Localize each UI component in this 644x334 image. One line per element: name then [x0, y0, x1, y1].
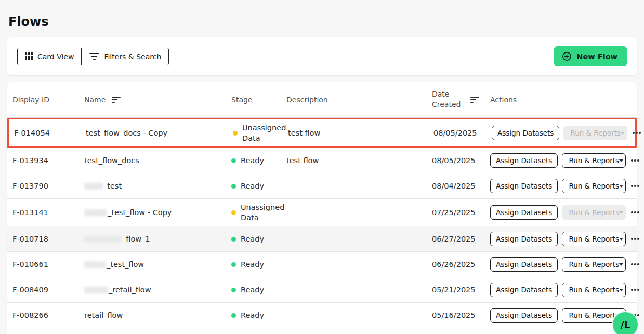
run-reports-button[interactable]: Run & Reports [562, 153, 626, 168]
row-menu-button[interactable] [630, 156, 640, 165]
table-row[interactable]: F-010661 _test_flow Ready 06/26/2025 Ass… [7, 252, 637, 277]
stage-dot-icon [231, 184, 236, 189]
redacted-text [84, 261, 106, 268]
redacted-text [84, 236, 122, 243]
row-menu-button[interactable] [630, 182, 640, 190]
assign-datasets-button[interactable]: Assign Datasets [490, 257, 558, 272]
table-row[interactable]: F-013790 _test Ready 08/04/2025 Assign D… [7, 173, 637, 199]
row-menu-button[interactable] [632, 129, 642, 137]
stage-dot-icon [231, 158, 236, 163]
chevron-down-icon [621, 132, 625, 135]
row-menu-button[interactable] [630, 260, 640, 269]
row-actions: Assign Datasets Run & Reports [485, 229, 644, 249]
run-reports-button[interactable]: Run & Reports [562, 205, 626, 220]
flow-description: test flow [283, 126, 428, 140]
flow-name: retail_flow [79, 308, 226, 323]
flow-description [281, 287, 427, 293]
ellipsis-icon [631, 289, 633, 291]
header-display-id: Display ID [7, 96, 79, 104]
header-date-created: Date Created [427, 89, 485, 110]
sort-date-icon[interactable] [470, 97, 479, 103]
stage-dot-icon [233, 131, 238, 136]
row-menu-button[interactable] [630, 208, 640, 217]
flow-display-id: F-008266 [7, 308, 79, 323]
card-view-label: Card View [37, 52, 74, 61]
flow-name: test_flow_docs - Copy [81, 126, 228, 140]
table-row[interactable]: F-008409 _retail_flow Ready 05/21/2025 A… [7, 277, 637, 303]
flow-name: _retail_flow [79, 283, 226, 297]
date-created: 08/05/2025 [428, 126, 487, 140]
ellipsis-icon [631, 211, 633, 213]
assign-datasets-button[interactable]: Assign Datasets [490, 308, 558, 323]
run-reports-button[interactable]: Run & Reports [562, 257, 626, 272]
new-flow-label: New Flow [576, 52, 617, 61]
row-menu-button[interactable] [630, 286, 640, 294]
run-reports-button[interactable]: Run & Reports [562, 179, 626, 193]
assign-datasets-button[interactable]: Assign Datasets [490, 205, 558, 220]
table-row[interactable]: F-008266 retail_flow Ready 05/16/2025 As… [7, 303, 637, 328]
table-row[interactable]: F-014054 test_flow_docs - Copy Unassigne… [7, 118, 637, 148]
date-created: 08/04/2025 [427, 179, 485, 193]
flow-display-id: F-010661 [7, 257, 79, 272]
flow-name: _test [79, 179, 226, 193]
date-created: 06/27/2025 [427, 232, 485, 246]
flows-table: Display ID Name Stage Description Date C… [7, 82, 637, 334]
row-menu-button[interactable] [630, 235, 640, 243]
card-view-button[interactable]: Card View [18, 48, 81, 65]
flow-description [281, 312, 427, 318]
flow-name: _test_flow [79, 257, 226, 272]
header-stage: Stage [226, 96, 281, 104]
table-row[interactable]: F-013141 _test_flow - Copy Unassigned Da… [7, 199, 637, 226]
flow-stage: Ready [226, 152, 281, 169]
chevron-down-icon [619, 289, 623, 291]
ellipsis-icon [631, 263, 633, 265]
run-reports-button[interactable]: Run & Reports [562, 232, 626, 246]
stage-label: Ready [241, 234, 264, 244]
assign-datasets-button[interactable]: Assign Datasets [490, 153, 558, 168]
sort-name-icon[interactable] [112, 97, 121, 103]
stage-label: Ready [241, 259, 264, 270]
filter-icon [89, 53, 99, 60]
date-created: 05/16/2025 [427, 308, 485, 323]
assign-datasets-button[interactable]: Assign Datasets [490, 232, 558, 246]
table-row[interactable]: F-010718 _flow_1 Ready 06/27/2025 Assign… [7, 226, 637, 252]
grid-icon [25, 52, 33, 60]
row-actions: Assign Datasets Run & Reports [487, 123, 644, 143]
row-actions: Assign Datasets Run & Reports [485, 279, 644, 300]
stage-dot-icon [231, 288, 236, 292]
stage-label: Ready [241, 285, 264, 295]
fab-label: /L [620, 319, 630, 330]
header-description: Description [281, 96, 427, 104]
flow-display-id: F-013790 [7, 179, 79, 193]
page-title: Flows [7, 0, 637, 37]
table-body: F-014054 test_flow_docs - Copy Unassigne… [7, 118, 637, 328]
flow-description: test flow [281, 153, 427, 168]
assign-datasets-button[interactable]: Assign Datasets [492, 126, 559, 140]
row-actions: Assign Datasets Run & Reports [485, 254, 644, 275]
stage-label: Unassigned Data [242, 123, 286, 143]
assistant-fab-button[interactable]: /L [612, 311, 639, 334]
run-reports-button[interactable]: Run & Reports [562, 283, 626, 297]
stage-dot-icon [231, 237, 236, 242]
flow-display-id: F-010718 [7, 232, 79, 246]
assign-datasets-button[interactable]: Assign Datasets [490, 179, 558, 193]
ellipsis-icon [633, 132, 635, 134]
stage-label: Ready [241, 310, 264, 320]
run-reports-button[interactable]: Run & Reports [563, 126, 627, 140]
table-row[interactable]: F-013934 test_flow_docs Ready test flow … [7, 148, 637, 173]
ellipsis-icon [631, 185, 633, 187]
filters-search-button[interactable]: Filters & Search [81, 48, 168, 65]
date-created: 08/05/2025 [427, 153, 485, 168]
chevron-down-icon [619, 263, 623, 266]
flow-description [281, 236, 427, 242]
redacted-text [84, 287, 108, 293]
assign-datasets-button[interactable]: Assign Datasets [490, 283, 558, 297]
view-toggle-group: Card View Filters & Search [17, 48, 169, 65]
plus-circle-icon [562, 51, 572, 61]
new-flow-button[interactable]: New Flow [554, 46, 627, 66]
row-actions: Assign Datasets Run & Reports [485, 150, 644, 171]
date-created: 07/25/2025 [427, 205, 485, 220]
flow-description [281, 183, 427, 189]
flow-description [281, 209, 427, 216]
flow-description [281, 261, 427, 268]
